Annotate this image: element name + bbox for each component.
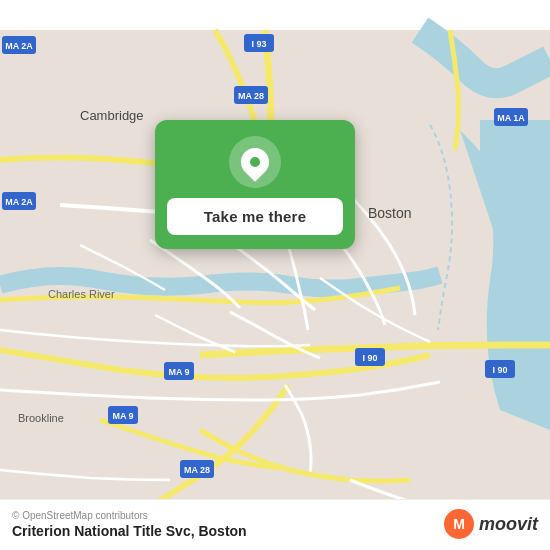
svg-text:Boston: Boston (368, 205, 412, 221)
location-name: Criterion National Title Svc, Boston (12, 523, 247, 539)
svg-text:I 93: I 93 (251, 39, 266, 49)
take-me-there-button[interactable]: Take me there (167, 198, 343, 235)
moovit-logo: M moovit (443, 508, 538, 540)
copyright-text: © OpenStreetMap contributors (12, 510, 247, 521)
bottom-left: © OpenStreetMap contributors Criterion N… (12, 510, 247, 539)
svg-text:MA 2A: MA 2A (5, 197, 33, 207)
svg-text:I 90: I 90 (492, 365, 507, 375)
svg-text:MA 2A: MA 2A (5, 41, 33, 51)
svg-text:Charles River: Charles River (48, 288, 115, 300)
svg-text:MA 9: MA 9 (112, 411, 133, 421)
svg-text:Brookline: Brookline (18, 412, 64, 424)
pin-icon (235, 142, 275, 182)
svg-text:M: M (453, 516, 465, 532)
svg-text:MA 1A: MA 1A (497, 113, 525, 123)
svg-text:MA 28: MA 28 (184, 465, 210, 475)
pin-dot (248, 155, 262, 169)
svg-text:I 90: I 90 (362, 353, 377, 363)
bottom-bar: © OpenStreetMap contributors Criterion N… (0, 499, 550, 550)
moovit-icon: M (443, 508, 475, 540)
location-card: Take me there (155, 120, 355, 249)
svg-text:Cambridge: Cambridge (80, 108, 144, 123)
pin-icon-wrapper (229, 136, 281, 188)
svg-text:MA 28: MA 28 (238, 91, 264, 101)
map-container: I 93 MA 2A MA 28 MA 1A MA 2A MA 9 MA 9 M… (0, 0, 550, 550)
moovit-text: moovit (479, 514, 538, 535)
svg-text:MA 9: MA 9 (168, 367, 189, 377)
